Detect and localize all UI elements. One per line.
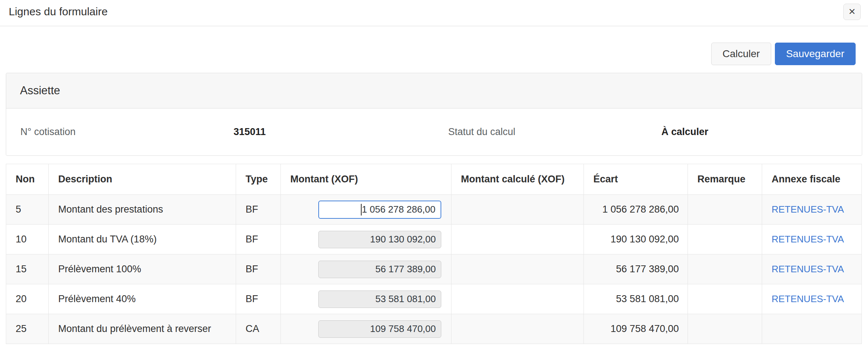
cell-type: BF bbox=[236, 225, 281, 254]
cell-montant-calcule bbox=[451, 254, 584, 284]
table-row: 15 Prélèvement 100% BF 56 177 389,00 RET… bbox=[6, 254, 862, 284]
text-cursor bbox=[361, 204, 362, 215]
action-toolbar: Calculer Sauvegarder bbox=[0, 43, 868, 65]
montant-input bbox=[318, 290, 441, 308]
header-montant: Montant (XOF) bbox=[281, 164, 451, 195]
form-lines-table: Non Description Type Montant (XOF) Monta… bbox=[6, 164, 862, 344]
close-icon: × bbox=[849, 5, 856, 17]
annexe-fiscale-link[interactable]: RETENUES-TVA bbox=[772, 204, 844, 215]
montant-input bbox=[318, 261, 441, 278]
table-row: 5 Montant des prestations BF 1 056 278 2… bbox=[6, 195, 862, 225]
cell-remarque bbox=[688, 225, 762, 254]
assiette-card-header: Assiette bbox=[6, 73, 862, 108]
montant-input-value: 1 056 278 286,00 bbox=[362, 204, 435, 215]
calc-status-value: À calculer bbox=[648, 126, 862, 138]
annexe-fiscale-link[interactable]: RETENUES-TVA bbox=[772, 264, 844, 274]
cell-remarque bbox=[688, 314, 762, 344]
modal-title: Lignes du formulaire bbox=[9, 4, 108, 20]
montant-input bbox=[318, 231, 441, 248]
cell-description: Prélèvement 100% bbox=[49, 254, 236, 284]
cell-remarque bbox=[688, 254, 762, 284]
table-row: 25 Montant du prélèvement à reverser CA … bbox=[6, 314, 862, 344]
cotisation-number-label: N° cotisation bbox=[6, 126, 220, 138]
header-annexe: Annexe fiscale bbox=[762, 164, 862, 195]
cotisation-number-value: 315011 bbox=[220, 126, 434, 138]
annexe-fiscale-link[interactable]: RETENUES-TVA bbox=[772, 293, 844, 304]
calc-status-label: Statut du calcul bbox=[434, 126, 648, 138]
header-ecart: Écart bbox=[584, 164, 688, 195]
montant-input bbox=[318, 320, 441, 338]
annexe-fiscale-link[interactable]: RETENUES-TVA bbox=[772, 234, 844, 245]
cell-montant-calcule bbox=[451, 225, 584, 254]
table-row: 10 Montant du TVA (18%) BF 190 130 092,0… bbox=[6, 225, 862, 254]
cell-montant-calcule bbox=[451, 284, 584, 314]
cell-description: Prélèvement 40% bbox=[49, 284, 236, 314]
cell-non: 15 bbox=[6, 254, 49, 284]
cell-description: Montant des prestations bbox=[49, 195, 236, 225]
save-button[interactable]: Sauvegarder bbox=[775, 43, 856, 65]
montant-input[interactable]: 1 056 278 286,00 bbox=[318, 201, 441, 219]
cell-type: BF bbox=[236, 284, 281, 314]
cell-type: BF bbox=[236, 254, 281, 284]
cell-non: 10 bbox=[6, 225, 49, 254]
cell-description: Montant du TVA (18%) bbox=[49, 225, 236, 254]
assiette-card-body: N° cotisation 315011 Statut du calcul À … bbox=[6, 108, 862, 155]
cell-non: 5 bbox=[6, 195, 49, 225]
table-header-row: Non Description Type Montant (XOF) Monta… bbox=[6, 164, 862, 195]
cell-remarque bbox=[688, 284, 762, 314]
header-non: Non bbox=[6, 164, 49, 195]
cell-montant-calcule bbox=[451, 195, 584, 225]
cell-ecart: 190 130 092,00 bbox=[584, 225, 688, 254]
cell-description: Montant du prélèvement à reverser bbox=[49, 314, 236, 344]
cell-ecart: 53 581 081,00 bbox=[584, 284, 688, 314]
close-button[interactable]: × bbox=[843, 4, 861, 20]
table-row: 20 Prélèvement 40% BF 53 581 081,00 RETE… bbox=[6, 284, 862, 314]
cell-non: 20 bbox=[6, 284, 49, 314]
cell-type: BF bbox=[236, 195, 281, 225]
cell-non: 25 bbox=[6, 314, 49, 344]
header-type: Type bbox=[236, 164, 281, 195]
calculate-button[interactable]: Calculer bbox=[711, 43, 771, 65]
cell-ecart: 56 177 389,00 bbox=[584, 254, 688, 284]
cell-montant-calcule bbox=[451, 314, 584, 344]
modal-header: Lignes du formulaire × bbox=[0, 0, 868, 26]
header-montant-calcule: Montant calculé (XOF) bbox=[451, 164, 584, 195]
cell-remarque bbox=[688, 195, 762, 225]
header-description: Description bbox=[49, 164, 236, 195]
cell-annexe bbox=[762, 314, 862, 344]
assiette-card: Assiette N° cotisation 315011 Statut du … bbox=[6, 73, 862, 156]
cell-ecart: 1 056 278 286,00 bbox=[584, 195, 688, 225]
header-remarque: Remarque bbox=[688, 164, 762, 195]
cell-ecart: 109 758 470,00 bbox=[584, 314, 688, 344]
cell-type: CA bbox=[236, 314, 281, 344]
